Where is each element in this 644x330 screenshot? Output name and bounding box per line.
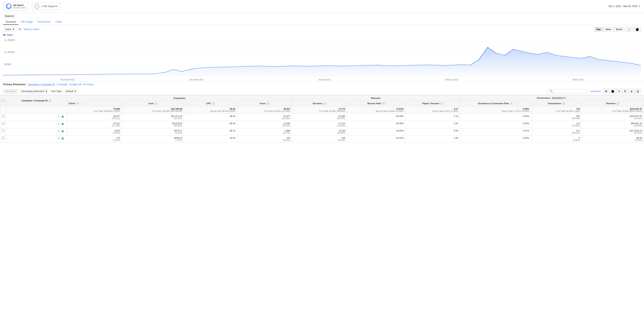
advanced-link[interactable]: advanced <box>590 90 601 93</box>
svg-marker-12 <box>63 123 64 125</box>
dimension-ad-group[interactable]: Google Ads: Ad Group <box>70 83 94 86</box>
svg-marker-9 <box>63 115 64 118</box>
tab-site-usage[interactable]: Site Usage <box>18 19 35 25</box>
pages-session-col-header[interactable]: Pages / Session ? <box>406 101 460 106</box>
row3-checkbox[interactable] <box>2 130 4 132</box>
row1-bounce-rate-cell: 80.28% <box>347 114 406 121</box>
row3-cpc-cell: $0.14 <box>184 128 237 136</box>
add-segment-button[interactable]: + + Add Segment <box>32 2 60 10</box>
grid-view-button[interactable]: ⊞ <box>603 89 609 94</box>
dimension-active[interactable]: Campaign / Campaign ID <box>28 83 55 86</box>
clicks-info-icon[interactable]: ? <box>76 102 79 105</box>
row1-checkbox-cell[interactable] <box>0 114 6 121</box>
tab-summary[interactable]: Summary <box>3 19 18 25</box>
metric-select-label: Users <box>5 28 11 31</box>
cost-col-header[interactable]: Cost ? <box>122 101 184 106</box>
transactions-info-icon[interactable]: ? <box>562 102 565 105</box>
list-view-button[interactable]: ≡ <box>616 89 622 94</box>
sessions-col-header[interactable]: Sessions ? <box>292 101 347 106</box>
ecommerce-conversion-col-header[interactable]: Ecommerce Conversion Rate ? <box>460 101 531 106</box>
row1-revenue-cell: $135,447.97 (42.54%) <box>582 114 644 121</box>
period-week-button[interactable]: Week <box>603 27 614 31</box>
x-label-jan: January 2022 <box>318 79 331 81</box>
ecommerce-select[interactable]: eCommerce ▼ <box>551 97 567 100</box>
row3-users-pct: (9.77%) <box>239 132 290 134</box>
all-users-segment[interactable]: All Users 39.52% Users <box>3 2 28 10</box>
cpc-info-icon[interactable]: ? <box>212 102 215 105</box>
ecommerce-conversion-info-icon[interactable]: ? <box>510 102 513 105</box>
sessions-info-icon[interactable]: ? <box>324 102 326 105</box>
x-label-nov: November 2021 <box>60 79 75 81</box>
totals-cpc-cell: $0.30 Avg for View: $0.30 (0.00%) <box>184 106 237 114</box>
pages-session-info-icon[interactable]: ? <box>440 102 443 105</box>
bounce-rate-col-header[interactable]: Bounce Rate ? <box>347 101 406 106</box>
checkbox-all[interactable] <box>2 99 4 102</box>
row4-checkbox[interactable] <box>2 137 4 139</box>
row2-revenue: $50,801.19 <box>631 122 642 125</box>
row4-checkbox-cell[interactable] <box>0 136 6 143</box>
x-axis: November 2021 December 2021 January 2022… <box>3 78 641 81</box>
pie-chart-button[interactable]: ⬤ <box>634 27 641 32</box>
clicks-col-header[interactable]: Clicks ? ↓ <box>67 101 122 106</box>
row2-checkbox[interactable] <box>2 122 4 125</box>
behavior-header: Behavior <box>292 95 460 101</box>
metric-select[interactable]: Users ▼ <box>3 27 16 31</box>
period-month-button[interactable]: Month <box>614 27 624 31</box>
compare-view-button[interactable]: ⇅ <box>622 89 628 94</box>
row3-checkbox-cell[interactable] <box>0 128 6 136</box>
search-icon: 🔍 <box>550 90 553 93</box>
row1-cost-pct: (55.16%) <box>124 117 182 120</box>
row4-users-cell: 104 (0.20%) <box>237 136 292 143</box>
row2-cost: $8,229.55 <box>172 122 182 125</box>
campaign-id-info-icon[interactable]: ? <box>49 99 52 102</box>
totals-label-cell <box>6 106 67 114</box>
row4-users-pct: (0.20%) <box>239 139 290 141</box>
row2-revenue-pct: (15.96%) <box>583 125 642 127</box>
table-search[interactable]: 🔍 <box>548 89 588 94</box>
dimension-campaign[interactable]: Campaign <box>57 83 68 86</box>
transactions-col-header[interactable]: Transactions ? <box>531 101 582 106</box>
totals-transactions-sub: % of Total: 30.28% (2,355) <box>533 110 580 112</box>
totals-sessions-cell: 72,773 % of Total: 39.16% (185,850) <box>292 106 347 114</box>
sort-default-select[interactable]: Default ▼ <box>64 89 78 94</box>
date-range[interactable]: Oct 1, 2021 - Mar 26, 2022 ▼ <box>608 5 641 8</box>
row1-checkbox[interactable] <box>2 115 4 118</box>
line-chart-button[interactable]: 📈 <box>626 27 633 32</box>
row2-ecommerce-cell: 0.65% <box>460 121 531 128</box>
campaign-id-header: Campaign / Campaign ID ? <box>6 95 67 106</box>
revenue-info-icon[interactable]: ? <box>616 102 619 105</box>
select-metric-link[interactable]: Select a metric <box>24 28 40 31</box>
cost-info-icon[interactable]: ? <box>154 102 157 105</box>
cpc-col-header[interactable]: CPC ? <box>184 101 237 106</box>
pie-view-button[interactable]: ⬤ <box>610 89 616 94</box>
columns-button[interactable]: ||| <box>635 89 641 94</box>
row1-number: 1. <box>58 115 60 118</box>
bounce-rate-info-icon[interactable]: ? <box>382 102 385 105</box>
row1-campaign-cell: 1. <box>6 114 67 121</box>
users-col-header[interactable]: Users ? <box>237 101 292 106</box>
row4-cost-cell: $498.53 (2.22%) <box>122 136 184 143</box>
search-input[interactable] <box>554 90 586 93</box>
x-label-mar: March 2022 <box>573 79 584 81</box>
print-button[interactable]: 🖨 <box>628 89 635 94</box>
row2-checkbox-cell[interactable] <box>0 121 6 128</box>
row2-transactions-pct: (15.85%) <box>533 125 580 127</box>
row3-revenue-pct: (36.94%) <box>583 132 642 134</box>
totals-pages-session-sub: Avg for View: 4.16 (-21.36%) <box>407 110 458 112</box>
row1-transactions-cell: 283 (39.69%) <box>531 114 582 121</box>
revenue-col-header[interactable]: Revenue ? <box>582 101 644 106</box>
svg-text:500: 500 <box>4 63 11 65</box>
secondary-dimension-select[interactable]: Secondary dimension ▼ <box>20 89 50 94</box>
svg-text:1,500: 1,500 <box>4 39 15 41</box>
totals-revenue: $318,401.97 <box>630 108 642 110</box>
totals-row: 73,884 % of Total: 100.00% (73,884) $22,… <box>0 106 644 114</box>
period-day-button[interactable]: Day <box>594 27 603 31</box>
tab-ecommerce[interactable]: Ecommerce <box>35 19 53 25</box>
row4-ecommerce-cell: 0.00% <box>460 136 531 143</box>
add-segment-label: + Add Segment <box>41 5 58 8</box>
select-all-checkbox[interactable] <box>0 95 6 106</box>
row4-transactions-cell: 0 (0.00%) <box>531 136 582 143</box>
tab-clicks[interactable]: Clicks <box>53 19 64 25</box>
chart-controls: Users ▼ VS. Select a metric Day Week Mon… <box>0 25 644 33</box>
users-info-icon[interactable]: ? <box>267 102 270 105</box>
